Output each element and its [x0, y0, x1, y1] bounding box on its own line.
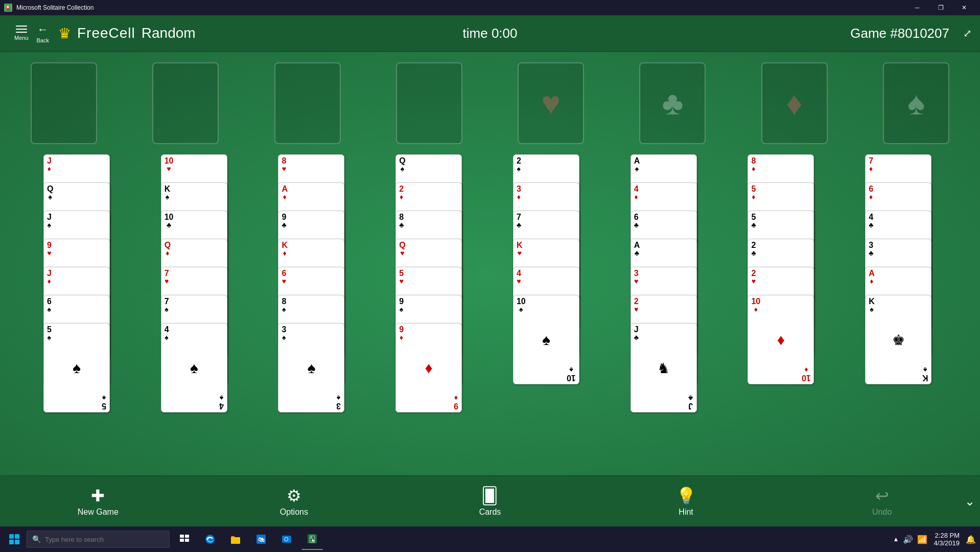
freecell-slot-4[interactable]	[396, 62, 462, 144]
taskbar-clock[interactable]: 2:28 PM 4/3/2019	[934, 532, 960, 547]
start-button[interactable]	[4, 529, 25, 549]
task-view-button[interactable]	[174, 528, 195, 550]
card-suit: ♦	[870, 278, 873, 285]
card-rank: Q	[399, 157, 405, 165]
card-suit: ♣	[634, 221, 639, 228]
file-explorer-button[interactable]	[225, 528, 246, 550]
outlook-button[interactable]: O	[276, 528, 297, 550]
card-corner-top: 8♦	[751, 157, 756, 172]
card-rank-bottom: 10	[567, 374, 576, 382]
search-input[interactable]	[45, 536, 147, 543]
card-corner-top: 9♠	[399, 297, 404, 313]
card-rank: 7	[517, 213, 521, 221]
card-suit: ♦	[400, 334, 403, 341]
title-bar: 🎴 Microsoft Solitaire Collection ─ ❐ ✕	[0, 0, 980, 15]
foundation-clubs[interactable]: ♣	[639, 62, 706, 144]
card-suit-bottom: ♠	[923, 366, 927, 374]
card-corner-top: K♦	[282, 241, 288, 257]
playing-card[interactable]: 9♦♦9♦	[395, 323, 462, 412]
back-button[interactable]: ← Back	[33, 19, 53, 48]
freecell-slot-3[interactable]	[274, 62, 341, 144]
minimize-button[interactable]: ─	[905, 0, 929, 15]
outlook-icon: O	[281, 534, 292, 545]
cards-button[interactable]: 🂠 Cards	[459, 486, 521, 517]
close-button[interactable]: ✕	[952, 0, 976, 15]
options-button[interactable]: ⚙ Options	[263, 486, 324, 517]
card-suit-bottom: ♠	[569, 366, 573, 374]
store-button[interactable]: 🛍	[250, 528, 272, 550]
column-3[interactable]: 8♥♥8♥A♦♦A♦9♣♣9♣K♦♛K♦6♥♥6♥8♠♠8♠3♠♠3♠	[278, 154, 349, 412]
system-tray: ▲ 🔊 📶	[893, 535, 928, 544]
card-corner-top: A♦	[869, 269, 875, 285]
card-rank: Q	[399, 241, 405, 249]
undo-button[interactable]: ↩ Undo	[851, 486, 913, 517]
notification-icon[interactable]: 🔔	[966, 535, 976, 544]
search-bar[interactable]: 🔍	[27, 531, 170, 548]
clubs-suit-icon: ♣	[662, 84, 683, 122]
card-suit: ♦	[754, 306, 758, 313]
playing-card[interactable]: 3♠♠3♠	[278, 323, 344, 412]
column-7[interactable]: 8♦♦8♦5♦♦5♦5♣♣5♣2♣♣2♣2♥♥2♥10♦♦10♦	[748, 154, 819, 384]
svg-text:O: O	[284, 536, 289, 542]
column-8[interactable]: 7♦♦7♦6♦♦6♦4♣♣4♣3♣♣3♣A♦♦A♦K♠♚K♠	[865, 154, 937, 384]
card-corner-top: 10♣	[165, 213, 174, 228]
column-6[interactable]: A♠♠A♠4♦♦4♦6♣♣6♣A♣♣A♣3♥♥3♥2♥♥2♥J♣♞J♣	[631, 154, 702, 412]
columns-row: J♦♞J♦Q♠♛Q♠J♠♞J♠9♥♥9♥J♦♞J♦6♠♠6♠5♠♠5♠10♥♥1…	[10, 154, 970, 412]
foundation-hearts[interactable]: ♥	[518, 62, 584, 144]
solitaire-button[interactable]: 🂡	[301, 528, 323, 550]
card-suit: ♦	[283, 249, 287, 257]
playing-card[interactable]: K♠♚K♠	[865, 295, 931, 384]
timer-value: 0:00	[492, 26, 518, 41]
card-rank: 4	[869, 213, 873, 221]
new-game-button[interactable]: ✚ New Game	[67, 486, 129, 517]
up-arrow-icon[interactable]: ▲	[893, 536, 899, 543]
card-suit: ♣	[167, 221, 171, 228]
speaker-icon[interactable]: 🔊	[903, 535, 913, 544]
hint-button[interactable]: 💡 Hint	[656, 486, 717, 517]
card-corner-top: 7♥	[165, 269, 169, 285]
game-label: Game	[850, 26, 886, 41]
card-suit: ♦	[635, 193, 638, 200]
column-4[interactable]: Q♠♛Q♠2♦♦2♦8♣♣8♣Q♥♛Q♥5♥♥5♥9♠♠9♠9♦♦9♦	[395, 154, 467, 412]
menu-button[interactable]: Menu	[10, 21, 33, 45]
card-rank: 9	[47, 241, 52, 249]
card-corner-top: 2♥	[751, 269, 756, 285]
card-corner-top: Q♠	[47, 185, 53, 200]
column-1[interactable]: J♦♞J♦Q♠♛Q♠J♠♞J♠9♥♥9♥J♦♞J♦6♠♠6♠5♠♠5♠	[43, 154, 115, 412]
card-rank: J	[47, 269, 52, 278]
freecell-slot-1[interactable]	[31, 62, 97, 144]
card-corner-top: J♦	[47, 269, 52, 285]
title-bar-controls: ─ ❐ ✕	[905, 0, 976, 15]
card-suit: ♦	[283, 193, 287, 200]
playing-card[interactable]: 10♠♠10♠	[513, 295, 579, 384]
card-corner-top: 6♦	[869, 185, 873, 200]
menu-label: Menu	[14, 35, 29, 41]
card-suit: ♥	[752, 278, 756, 285]
game-number-value: #8010207	[890, 26, 949, 41]
undo-label: Undo	[872, 508, 892, 517]
card-suit: ♠	[401, 165, 404, 172]
playing-card[interactable]: J♣♞J♣	[631, 323, 697, 412]
foundation-spades[interactable]: ♠	[883, 62, 949, 144]
card-rank: 10	[165, 157, 174, 165]
edge-button[interactable]	[199, 528, 221, 550]
scroll-down-icon[interactable]: ⌄	[965, 494, 975, 509]
svg-rect-0	[180, 535, 184, 538]
fullscreen-button[interactable]: ⤢	[963, 27, 972, 39]
foundation-diamonds[interactable]: ♦	[761, 62, 828, 144]
card-rank: Q	[47, 185, 53, 193]
column-5[interactable]: 2♠♠2♠3♦♦3♦7♣♣7♣K♥♛K♥4♥♥4♥10♠♠10♠	[513, 154, 585, 384]
card-rank: 2	[399, 185, 404, 193]
column-2[interactable]: 10♥♥10♥K♠♚K♠10♣♣10♣Q♦♛Q♦7♥♥7♥7♠♠7♠4♠♠4♠	[161, 154, 232, 412]
playing-card[interactable]: 4♠♠4♠	[161, 323, 227, 412]
card-suit: ♥	[634, 306, 638, 313]
card-corner-top: 2♦	[399, 185, 404, 200]
card-suit-bottom: ♠	[219, 395, 223, 402]
network-icon[interactable]: 📶	[917, 535, 927, 544]
playing-card[interactable]: 10♦♦10♦	[748, 295, 814, 384]
playing-card[interactable]: 5♠♠5♠	[43, 323, 110, 412]
restore-button[interactable]: ❐	[929, 0, 952, 15]
freecell-slot-2[interactable]	[152, 62, 219, 144]
card-suit: ♥	[165, 278, 169, 285]
card-corner-top: J♦	[47, 157, 52, 172]
